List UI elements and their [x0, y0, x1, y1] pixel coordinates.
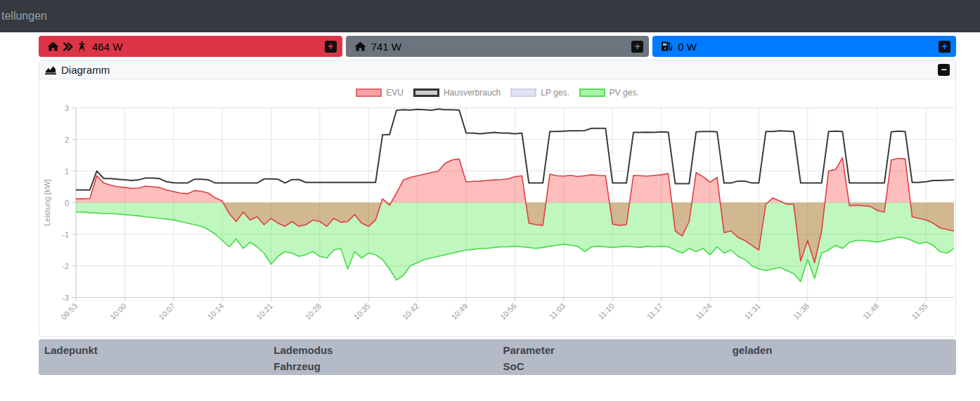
angle-double-right-icon: [63, 41, 73, 52]
header-fahrzeug: Fahrzeug: [273, 358, 497, 374]
header-geladen: geladen: [733, 342, 956, 358]
svg-text:-3: -3: [62, 294, 69, 302]
power-pylon-icon: [77, 41, 87, 52]
home-icon: [354, 41, 366, 52]
svg-text:10:28: 10:28: [303, 301, 323, 321]
svg-text:10:56: 10:56: [498, 301, 518, 321]
svg-text:11:17: 11:17: [645, 301, 664, 320]
navbar-title-partial: tellungen: [0, 10, 47, 22]
house-bar-icons: [354, 41, 366, 52]
column-ladepunkt: Ladepunkt: [39, 342, 268, 372]
diagram-panel-title: Diagramm: [61, 64, 938, 76]
status-bars-row: 464 W 741 W 0 W: [39, 36, 956, 57]
svg-text:1: 1: [65, 167, 69, 176]
evu-power-value: 464 W: [92, 41, 325, 53]
svg-text:11:48: 11:48: [861, 301, 880, 320]
svg-text:11:03: 11:03: [548, 301, 567, 320]
chargepoint-status-bar[interactable]: 0 W: [652, 36, 956, 57]
header-parameter: Parameter: [503, 342, 727, 358]
svg-text:10:35: 10:35: [352, 301, 372, 321]
header-lademodus: Lademodus: [273, 342, 497, 358]
svg-text:0: 0: [65, 199, 69, 207]
diagram-panel: Diagramm EVUHausverbrauchLP ges.PV ges. …: [39, 60, 956, 337]
page: tellungen 464 W 741 W 0 W: [0, 0, 980, 401]
svg-text:11:55: 11:55: [910, 301, 929, 320]
chart-area-icon: [45, 65, 56, 75]
power-chart-svg: 3210-1-2-309:5310:0010:0710:1410:2110:28…: [39, 82, 956, 324]
diagram-panel-header: Diagramm: [39, 60, 955, 79]
header-soc: SoC: [503, 358, 727, 374]
svg-text:09:53: 09:53: [59, 301, 79, 321]
svg-text:11:31: 11:31: [742, 301, 761, 320]
plus-square-icon[interactable]: [325, 41, 337, 53]
svg-text:10:07: 10:07: [157, 301, 176, 321]
plus-square-icon[interactable]: [939, 41, 950, 53]
column-lademodus: Lademodus Fahrzeug: [268, 342, 497, 372]
evu-bar-icons: [47, 41, 87, 52]
plus-square-icon[interactable]: [631, 41, 643, 53]
evu-status-bar[interactable]: 464 W: [39, 36, 342, 57]
svg-text:11:10: 11:10: [596, 301, 615, 320]
svg-text:Leistung [kW]: Leistung [kW]: [43, 179, 51, 226]
svg-text:10:49: 10:49: [450, 301, 470, 321]
svg-text:11:38: 11:38: [792, 301, 811, 320]
charging-station-icon: [661, 41, 673, 52]
power-chart: 3210-1-2-309:5310:0010:0710:1410:2110:28…: [39, 82, 956, 324]
house-power-value: 741 W: [371, 41, 632, 53]
svg-text:-2: -2: [62, 262, 69, 270]
home-icon: [47, 41, 59, 52]
chargepoint-bar-icons: [661, 41, 673, 52]
house-status-bar[interactable]: 741 W: [346, 36, 650, 57]
svg-text:2: 2: [65, 136, 69, 144]
svg-text:11:24: 11:24: [694, 301, 713, 320]
svg-text:10:21: 10:21: [254, 301, 274, 321]
column-parameter: Parameter SoC: [498, 342, 727, 372]
svg-text:-1: -1: [62, 230, 69, 239]
chargepoint-table-header: Ladepunkt Lademodus Fahrzeug Parameter S…: [39, 339, 956, 375]
column-geladen: geladen: [727, 342, 956, 372]
svg-text:10:00: 10:00: [108, 301, 128, 321]
chargepoint-power-value: 0 W: [678, 41, 939, 53]
top-navbar: tellungen: [0, 0, 980, 32]
svg-text:10:42: 10:42: [401, 301, 420, 321]
minus-square-icon[interactable]: [938, 64, 950, 76]
svg-text:10:14: 10:14: [206, 301, 226, 321]
header-ladepunkt: Ladepunkt: [44, 342, 268, 358]
svg-text:3: 3: [65, 104, 69, 112]
